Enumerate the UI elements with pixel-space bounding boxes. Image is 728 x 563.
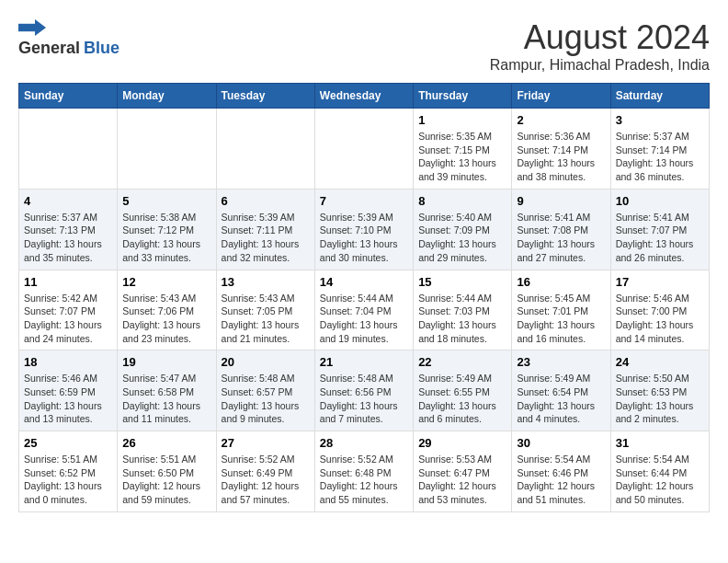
day-number: 25 — [24, 436, 112, 450]
header-day: Thursday — [414, 84, 512, 109]
day-info: Sunrise: 5:49 AMSunset: 6:55 PMDaylight:… — [418, 372, 506, 426]
day-info: Sunrise: 5:41 AMSunset: 7:08 PMDaylight:… — [517, 211, 605, 265]
week-row: 4Sunrise: 5:37 AMSunset: 7:13 PMDaylight… — [19, 189, 710, 270]
svg-marker-0 — [35, 19, 46, 36]
day-cell: 20Sunrise: 5:48 AMSunset: 6:57 PMDayligh… — [216, 350, 314, 431]
header-day: Friday — [512, 84, 610, 109]
day-number: 15 — [418, 275, 506, 289]
logo-icon — [18, 18, 46, 37]
day-cell: 24Sunrise: 5:50 AMSunset: 6:53 PMDayligh… — [610, 350, 709, 431]
day-cell: 23Sunrise: 5:49 AMSunset: 6:54 PMDayligh… — [512, 350, 610, 431]
day-info: Sunrise: 5:41 AMSunset: 7:07 PMDaylight:… — [616, 211, 704, 265]
day-number: 6 — [222, 194, 310, 208]
day-number: 8 — [418, 194, 506, 208]
day-cell: 14Sunrise: 5:44 AMSunset: 7:04 PMDayligh… — [314, 270, 413, 350]
day-cell: 21Sunrise: 5:48 AMSunset: 6:56 PMDayligh… — [314, 350, 413, 431]
day-number: 26 — [122, 436, 210, 450]
day-number: 18 — [24, 355, 112, 369]
day-number: 20 — [222, 355, 310, 369]
day-cell: 12Sunrise: 5:43 AMSunset: 7:06 PMDayligh… — [118, 270, 216, 350]
day-cell: 4Sunrise: 5:37 AMSunset: 7:13 PMDaylight… — [19, 189, 118, 270]
header-day: Wednesday — [314, 84, 413, 109]
day-number: 5 — [122, 194, 210, 208]
day-info: Sunrise: 5:49 AMSunset: 6:54 PMDaylight:… — [517, 372, 605, 426]
day-cell: 7Sunrise: 5:39 AMSunset: 7:10 PMDaylight… — [314, 189, 413, 270]
day-cell: 31Sunrise: 5:54 AMSunset: 6:44 PMDayligh… — [610, 431, 709, 512]
header-row: SundayMondayTuesdayWednesdayThursdayFrid… — [19, 84, 710, 109]
day-info: Sunrise: 5:39 AMSunset: 7:10 PMDaylight:… — [320, 211, 408, 265]
day-info: Sunrise: 5:42 AMSunset: 7:07 PMDaylight:… — [24, 292, 112, 346]
day-number: 27 — [222, 436, 310, 450]
day-info: Sunrise: 5:47 AMSunset: 6:58 PMDaylight:… — [122, 372, 210, 426]
day-number: 7 — [320, 194, 408, 208]
day-cell: 3Sunrise: 5:37 AMSunset: 7:14 PMDaylight… — [610, 109, 709, 190]
title-section: August 2024 Rampur, Himachal Pradesh, In… — [490, 18, 710, 74]
day-info: Sunrise: 5:44 AMSunset: 7:03 PMDaylight:… — [418, 292, 506, 346]
day-info: Sunrise: 5:53 AMSunset: 6:47 PMDaylight:… — [418, 453, 506, 507]
day-number: 3 — [616, 113, 704, 127]
page-header: General Blue August 2024 Rampur, Himacha… — [18, 18, 710, 74]
day-cell: 27Sunrise: 5:52 AMSunset: 6:49 PMDayligh… — [216, 431, 314, 512]
day-info: Sunrise: 5:52 AMSunset: 6:48 PMDaylight:… — [320, 453, 408, 507]
day-cell — [118, 109, 216, 190]
day-info: Sunrise: 5:37 AMSunset: 7:14 PMDaylight:… — [616, 130, 704, 184]
day-cell: 28Sunrise: 5:52 AMSunset: 6:48 PMDayligh… — [314, 431, 413, 512]
day-cell: 29Sunrise: 5:53 AMSunset: 6:47 PMDayligh… — [414, 431, 512, 512]
calendar-table: SundayMondayTuesdayWednesdayThursdayFrid… — [18, 83, 710, 512]
day-number: 4 — [24, 194, 112, 208]
day-cell: 5Sunrise: 5:38 AMSunset: 7:12 PMDaylight… — [118, 189, 216, 270]
day-number: 13 — [222, 275, 310, 289]
day-number: 16 — [517, 275, 605, 289]
day-info: Sunrise: 5:45 AMSunset: 7:01 PMDaylight:… — [517, 292, 605, 346]
day-info: Sunrise: 5:43 AMSunset: 7:05 PMDaylight:… — [222, 292, 310, 346]
day-cell: 11Sunrise: 5:42 AMSunset: 7:07 PMDayligh… — [19, 270, 118, 350]
day-number: 17 — [616, 275, 704, 289]
day-info: Sunrise: 5:51 AMSunset: 6:50 PMDaylight:… — [122, 453, 210, 507]
day-cell: 19Sunrise: 5:47 AMSunset: 6:58 PMDayligh… — [118, 350, 216, 431]
day-cell: 6Sunrise: 5:39 AMSunset: 7:11 PMDaylight… — [216, 189, 314, 270]
day-info: Sunrise: 5:52 AMSunset: 6:49 PMDaylight:… — [222, 453, 310, 507]
day-number: 28 — [320, 436, 408, 450]
day-info: Sunrise: 5:46 AMSunset: 6:59 PMDaylight:… — [24, 372, 112, 426]
day-info: Sunrise: 5:39 AMSunset: 7:11 PMDaylight:… — [222, 211, 310, 265]
day-cell: 26Sunrise: 5:51 AMSunset: 6:50 PMDayligh… — [118, 431, 216, 512]
day-number: 9 — [517, 194, 605, 208]
day-info: Sunrise: 5:38 AMSunset: 7:12 PMDaylight:… — [122, 211, 210, 265]
day-cell: 15Sunrise: 5:44 AMSunset: 7:03 PMDayligh… — [414, 270, 512, 350]
day-cell: 25Sunrise: 5:51 AMSunset: 6:52 PMDayligh… — [19, 431, 118, 512]
day-info: Sunrise: 5:54 AMSunset: 6:46 PMDaylight:… — [517, 453, 605, 507]
day-number: 14 — [320, 275, 408, 289]
header-day: Monday — [118, 84, 216, 109]
day-info: Sunrise: 5:40 AMSunset: 7:09 PMDaylight:… — [418, 211, 506, 265]
day-info: Sunrise: 5:54 AMSunset: 6:44 PMDaylight:… — [616, 453, 704, 507]
day-number: 10 — [616, 194, 704, 208]
day-cell — [19, 109, 118, 190]
header-day: Tuesday — [216, 84, 314, 109]
week-row: 1Sunrise: 5:35 AMSunset: 7:15 PMDaylight… — [19, 109, 710, 190]
day-info: Sunrise: 5:37 AMSunset: 7:13 PMDaylight:… — [24, 211, 112, 265]
week-row: 25Sunrise: 5:51 AMSunset: 6:52 PMDayligh… — [19, 431, 710, 512]
day-info: Sunrise: 5:50 AMSunset: 6:53 PMDaylight:… — [616, 372, 704, 426]
day-cell: 30Sunrise: 5:54 AMSunset: 6:46 PMDayligh… — [512, 431, 610, 512]
day-cell: 9Sunrise: 5:41 AMSunset: 7:08 PMDaylight… — [512, 189, 610, 270]
day-cell: 22Sunrise: 5:49 AMSunset: 6:55 PMDayligh… — [414, 350, 512, 431]
main-title: August 2024 — [490, 18, 710, 57]
day-cell: 10Sunrise: 5:41 AMSunset: 7:07 PMDayligh… — [610, 189, 709, 270]
logo: General Blue — [18, 18, 119, 58]
day-cell: 13Sunrise: 5:43 AMSunset: 7:05 PMDayligh… — [216, 270, 314, 350]
day-number: 29 — [418, 436, 506, 450]
subtitle: Rampur, Himachal Pradesh, India — [490, 57, 710, 74]
week-row: 11Sunrise: 5:42 AMSunset: 7:07 PMDayligh… — [19, 270, 710, 350]
day-info: Sunrise: 5:51 AMSunset: 6:52 PMDaylight:… — [24, 453, 112, 507]
day-number: 22 — [418, 355, 506, 369]
day-number: 23 — [517, 355, 605, 369]
day-info: Sunrise: 5:35 AMSunset: 7:15 PMDaylight:… — [418, 130, 506, 184]
week-row: 18Sunrise: 5:46 AMSunset: 6:59 PMDayligh… — [19, 350, 710, 431]
header-day: Saturday — [610, 84, 709, 109]
day-number: 2 — [517, 113, 605, 127]
day-number: 12 — [122, 275, 210, 289]
day-number: 30 — [517, 436, 605, 450]
day-info: Sunrise: 5:44 AMSunset: 7:04 PMDaylight:… — [320, 292, 408, 346]
day-info: Sunrise: 5:48 AMSunset: 6:56 PMDaylight:… — [320, 372, 408, 426]
day-info: Sunrise: 5:43 AMSunset: 7:06 PMDaylight:… — [122, 292, 210, 346]
